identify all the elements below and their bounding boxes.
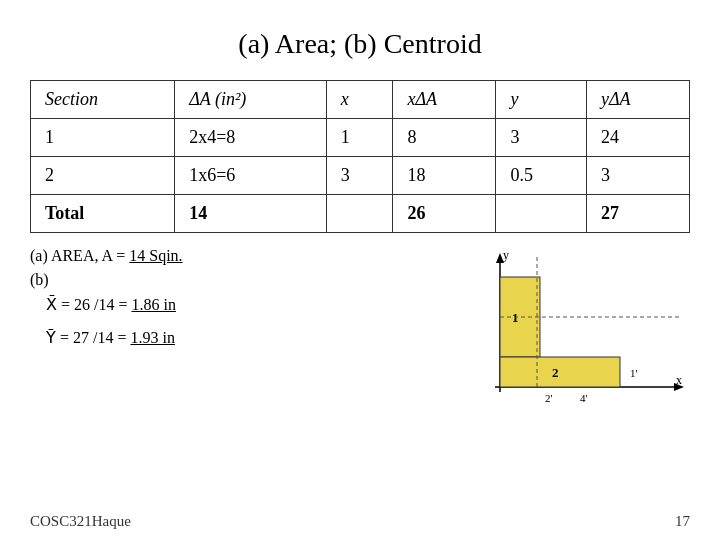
data-table-wrapper: Section ΔA (in²) x xΔA y yΔA 1 2x4=8 1 8… [30, 80, 690, 233]
page-title: (a) Area; (b) Centroid [0, 28, 720, 60]
svg-rect-8 [500, 357, 620, 387]
header-x-delta-a: xΔA [393, 81, 496, 119]
cell-yda-1: 24 [586, 119, 689, 157]
header-y-delta-a: yΔA [586, 81, 689, 119]
svg-rect-6 [500, 277, 540, 357]
cell-xda-2: 18 [393, 157, 496, 195]
cell-total-yda: 27 [586, 195, 689, 233]
header-delta-a: ΔA (in²) [175, 81, 326, 119]
header-section: Section [31, 81, 175, 119]
svg-text:4': 4' [580, 392, 588, 404]
footer-page: 17 [675, 513, 690, 530]
diagram-area: y x 1 2 1' 2' 4' [470, 247, 690, 407]
cell-area-2: 1x6=6 [175, 157, 326, 195]
cell-section-2: 2 [31, 157, 175, 195]
table-row-total: Total 14 26 27 [31, 195, 690, 233]
footer: COSC321Haque 17 [0, 513, 720, 530]
table-header-row: Section ΔA (in²) x xΔA y yΔA [31, 81, 690, 119]
centroid-diagram: y x 1 2 1' 2' 4' [470, 247, 690, 407]
x-bar-val: 1.86 in [132, 296, 176, 313]
answer-y-bar: Ȳ = 27 /14 = 1.93 in [46, 328, 450, 347]
header-y: y [496, 81, 587, 119]
y-bar-eq: Ȳ = 27 /14 = [46, 329, 131, 346]
svg-text:x: x [676, 373, 682, 387]
cell-total-label: Total [31, 195, 175, 233]
cell-total-x [326, 195, 393, 233]
answers-section: (a) AREA, A = 14 Sqin. (b) X̄ = 26 /14 =… [30, 247, 450, 353]
cell-x-1: 1 [326, 119, 393, 157]
cell-total-area: 14 [175, 195, 326, 233]
cell-y-1: 3 [496, 119, 587, 157]
svg-text:y: y [503, 248, 509, 262]
answer-a: (a) AREA, A = 14 Sqin. [30, 247, 450, 265]
content-area: (a) AREA, A = 14 Sqin. (b) X̄ = 26 /14 =… [30, 247, 690, 407]
answer-b-label: (b) [30, 271, 450, 289]
cell-xda-1: 8 [393, 119, 496, 157]
answer-a-label: (a) AREA, A = [30, 247, 129, 264]
svg-text:2': 2' [545, 392, 553, 404]
footer-course: COSC321Haque [30, 513, 131, 530]
svg-text:1': 1' [630, 367, 638, 379]
answer-x-bar: X̄ = 26 /14 = 1.86 in [46, 295, 450, 314]
cell-yda-2: 3 [586, 157, 689, 195]
cell-area-1: 2x4=8 [175, 119, 326, 157]
cell-y-2: 0.5 [496, 157, 587, 195]
answer-a-value: 14 Sqin. [129, 247, 182, 264]
centroid-table: Section ΔA (in²) x xΔA y yΔA 1 2x4=8 1 8… [30, 80, 690, 233]
y-bar-val: 1.93 in [131, 329, 175, 346]
cell-total-xda: 26 [393, 195, 496, 233]
header-x: x [326, 81, 393, 119]
cell-total-y [496, 195, 587, 233]
table-row: 2 1x6=6 3 18 0.5 3 [31, 157, 690, 195]
cell-x-2: 3 [326, 157, 393, 195]
table-row: 1 2x4=8 1 8 3 24 [31, 119, 690, 157]
cell-section-1: 1 [31, 119, 175, 157]
svg-text:2: 2 [552, 365, 559, 380]
x-bar-eq: X̄ = 26 /14 = [46, 296, 132, 313]
